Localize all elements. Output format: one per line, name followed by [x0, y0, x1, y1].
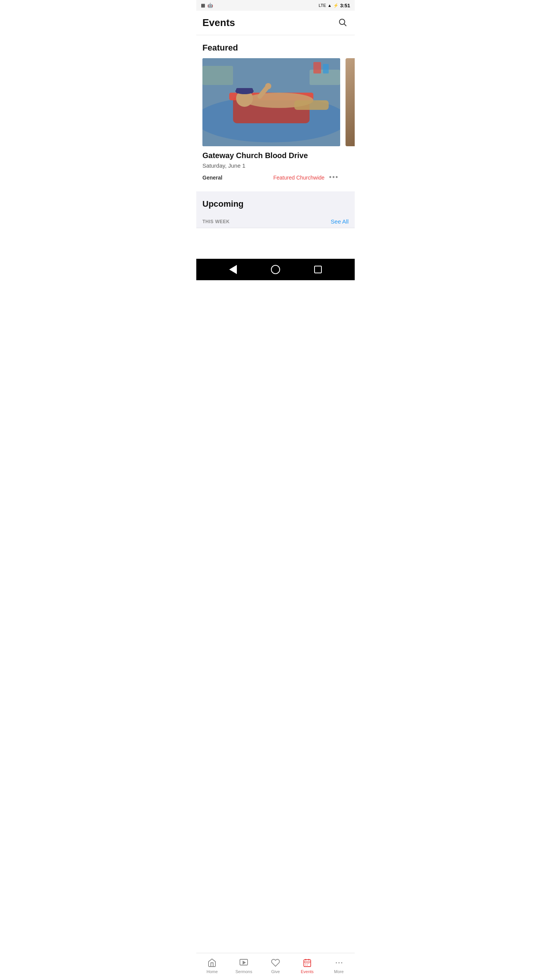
page-title: Events: [202, 17, 235, 29]
signal-icon: ▲: [328, 3, 332, 8]
svg-rect-9: [236, 88, 253, 93]
blood-drive-photo: [202, 58, 340, 146]
card-1-category: General: [202, 175, 222, 181]
status-bar: ▦ 🤖 LTE ▲ ⚡ 3:51: [196, 0, 355, 11]
card-1-meta: General Featured Churchwide •••: [202, 173, 340, 182]
scene-illustration: [202, 58, 340, 146]
card-1-tag-link[interactable]: Featured Churchwide: [273, 175, 324, 181]
home-circle-icon: [271, 265, 280, 274]
android-icon: 🤖: [207, 3, 213, 8]
svg-rect-15: [313, 62, 321, 74]
card-1-tags: Featured Churchwide •••: [273, 173, 340, 182]
svg-line-1: [344, 24, 347, 26]
status-icons-right: LTE ▲ ⚡ 3:51: [319, 3, 350, 8]
card-2-photo: [346, 58, 355, 146]
card-1-image: [202, 58, 340, 146]
card-1-date: Saturday, June 1: [202, 162, 340, 169]
featured-cards-scroll[interactable]: Gateway Church Blood Drive Saturday, Jun…: [196, 58, 355, 191]
svg-point-0: [339, 19, 345, 24]
see-all-link[interactable]: See All: [331, 218, 349, 225]
battery-icon: ⚡: [333, 3, 339, 8]
svg-rect-13: [202, 66, 233, 85]
week-label: THIS WEEK: [202, 219, 230, 224]
card-1-more-button[interactable]: •••: [328, 173, 340, 182]
card-1-body: Gateway Church Blood Drive Saturday, Jun…: [202, 146, 340, 185]
featured-section: Featured: [196, 35, 355, 191]
featured-title: Featured: [196, 35, 355, 58]
svg-rect-12: [294, 100, 329, 110]
svg-point-11: [265, 83, 271, 89]
recents-button[interactable]: [313, 264, 323, 275]
system-nav-bar: [196, 259, 355, 280]
upcoming-section: Upcoming THIS WEEK See All: [196, 191, 355, 228]
notification-icon: ▦: [201, 3, 205, 8]
svg-rect-16: [323, 64, 329, 74]
lte-icon: LTE: [319, 3, 326, 8]
page-header: Events: [196, 11, 355, 35]
status-icons-left: ▦ 🤖: [201, 3, 213, 8]
week-header: THIS WEEK See All: [196, 215, 355, 228]
upcoming-title: Upcoming: [196, 199, 355, 215]
card-2-image: [346, 58, 355, 146]
card-1-title: Gateway Church Blood Drive: [202, 151, 340, 160]
back-button[interactable]: [228, 264, 238, 275]
featured-card-1[interactable]: Gateway Church Blood Drive Saturday, Jun…: [202, 58, 340, 185]
status-time: 3:51: [340, 3, 350, 8]
home-button[interactable]: [270, 264, 281, 275]
search-icon: [338, 18, 347, 27]
search-button[interactable]: [336, 16, 349, 29]
main-content: Featured: [196, 35, 355, 259]
back-icon: [229, 265, 237, 274]
featured-card-2[interactable]: [346, 58, 355, 185]
recents-icon: [314, 266, 322, 273]
